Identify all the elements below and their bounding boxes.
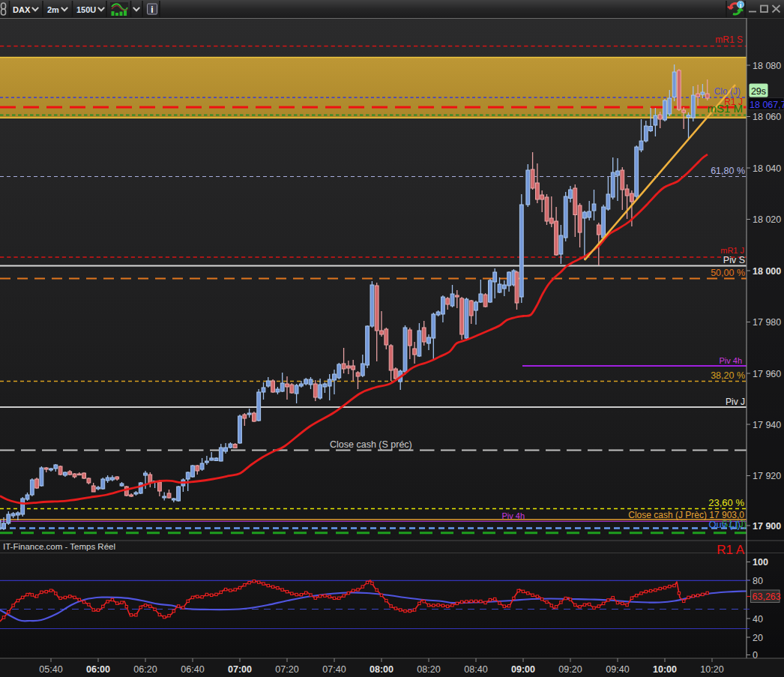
svg-text:Piv 4h: Piv 4h (501, 511, 525, 520)
svg-text:06:00: 06:00 (86, 664, 110, 675)
svg-text:150U: 150U (76, 5, 96, 14)
svg-text:10:20: 10:20 (700, 664, 723, 675)
svg-text:50,00 %: 50,00 % (711, 268, 745, 278)
svg-text:18 060: 18 060 (753, 112, 781, 122)
svg-text:09:40: 09:40 (606, 664, 629, 675)
svg-text:20: 20 (753, 633, 763, 643)
svg-text:Piv J: Piv J (726, 397, 745, 407)
svg-text:mR1 J: mR1 J (720, 246, 744, 255)
svg-text:18 067,7: 18 067,7 (750, 100, 784, 110)
svg-text:IT-Finance.com - Temps Réel: IT-Finance.com - Temps Réel (3, 542, 115, 551)
svg-text:07:00: 07:00 (228, 664, 252, 675)
svg-text:mR1 S: mR1 S (715, 34, 743, 45)
svg-text:23,60 %: 23,60 % (708, 497, 744, 508)
svg-text:18 040: 18 040 (753, 163, 781, 174)
svg-text:2m: 2m (47, 5, 59, 14)
svg-text:R1 A: R1 A (717, 543, 745, 557)
svg-text:80: 80 (753, 576, 763, 586)
svg-text:09:20: 09:20 (558, 664, 582, 675)
svg-text:17 980: 17 980 (753, 317, 781, 328)
svg-text:61,80 %: 61,80 % (711, 166, 745, 176)
svg-text:i: i (151, 4, 153, 15)
svg-text:17 920: 17 920 (753, 471, 781, 481)
svg-text:Piv 4h: Piv 4h (719, 356, 742, 365)
svg-text:29s: 29s (751, 86, 766, 97)
svg-text:17 900: 17 900 (753, 521, 781, 532)
svg-text:Ouv (J): Ouv (J) (708, 519, 741, 530)
svg-text:09:00: 09:00 (511, 664, 535, 675)
svg-text:Piv S: Piv S (723, 255, 745, 265)
svg-text:40: 40 (753, 614, 763, 625)
svg-text:06:20: 06:20 (133, 664, 157, 675)
svg-text:07:40: 07:40 (322, 664, 346, 675)
svg-text:DAX: DAX (13, 5, 31, 14)
svg-text:10:00: 10:00 (653, 664, 677, 675)
svg-text:mS1 M: mS1 M (707, 102, 743, 115)
svg-text:17 940: 17 940 (753, 420, 781, 430)
svg-text:18 020: 18 020 (753, 214, 781, 225)
svg-text:08:40: 08:40 (464, 664, 487, 675)
svg-text:18 080: 18 080 (753, 61, 781, 71)
svg-text:63,263: 63,263 (753, 592, 781, 602)
svg-text:17 960: 17 960 (753, 369, 781, 379)
svg-text:06:40: 06:40 (181, 664, 204, 675)
svg-text:Close cash (S préc): Close cash (S préc) (330, 439, 412, 450)
svg-text:i: i (740, 1, 742, 9)
svg-text:05:40: 05:40 (39, 664, 62, 675)
svg-text:08:00: 08:00 (370, 664, 393, 675)
svg-text:18 000: 18 000 (753, 266, 781, 277)
svg-text:Clo (J): Clo (J) (714, 86, 741, 97)
svg-text:38,20 %: 38,20 % (711, 370, 745, 381)
svg-text:08:20: 08:20 (417, 664, 440, 675)
svg-text:0: 0 (753, 650, 758, 661)
svg-text:07:20: 07:20 (275, 664, 298, 675)
svg-text:100: 100 (753, 557, 768, 568)
